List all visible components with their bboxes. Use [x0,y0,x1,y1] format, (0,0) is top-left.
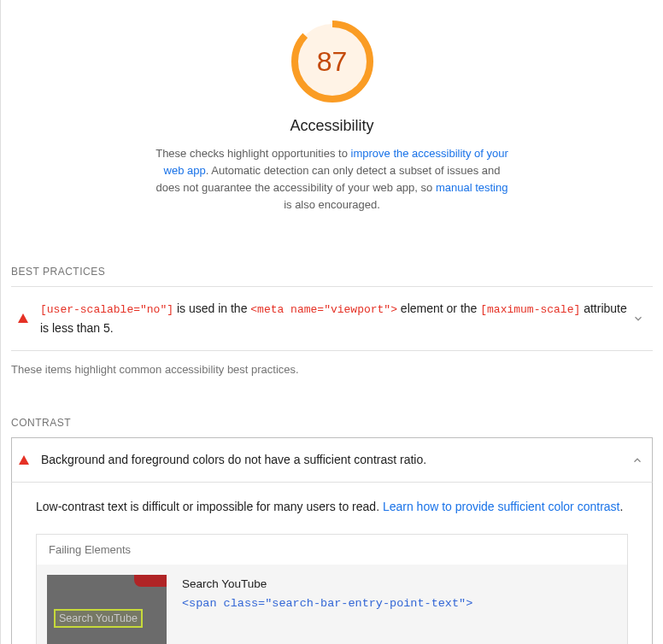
chevron-down-icon [632,313,644,325]
warning-icon [18,313,28,323]
thumbnail-highlight: Search YouTube [54,609,143,628]
code-meta-viewport: <meta name="viewport"> [250,303,397,316]
failing-elements-box: Failing Elements Search YouTube Search Y… [36,534,628,644]
element-code: <span class="search-bar-entry-point-text… [182,594,472,613]
audit-text-part: element or the [397,302,480,315]
chevron-up-icon [631,454,643,466]
warning-icon [19,455,29,465]
element-meta: Search YouTube <span class="search-bar-e… [182,575,472,613]
contrast-desc-text: Low-contrast text is difficult or imposs… [36,500,383,513]
code-maximum-scale: [maximum-scale] [480,303,580,316]
section-label-best-practices: BEST PRACTICES [11,266,653,278]
score-gauge: 87 [291,20,373,102]
audit-user-scalable[interactable]: [user-scalable="no"] is used in the <met… [11,286,653,352]
failing-elements-label: Failing Elements [37,535,627,565]
audit-title: Background and foreground colors do not … [41,450,426,470]
learn-contrast-link[interactable]: Learn how to provide sufficient color co… [383,500,620,513]
score-value: 87 [291,20,373,102]
manual-testing-link[interactable]: manual testing [436,181,508,194]
score-description: These checks highlight opportunities to … [153,145,512,214]
element-name: Search YouTube [182,575,472,594]
audit-contrast-panel: Low-contrast text is difficult or imposs… [11,483,653,644]
audit-contrast[interactable]: Background and foreground colors do not … [11,437,653,483]
desc-text: These checks highlight opportunities to [155,147,350,160]
desc-text: is also encouraged. [284,198,380,211]
contrast-desc-text: . [619,500,623,513]
score-section: 87 Accessibility These checks highlight … [11,0,653,225]
section-label-contrast: CONTRAST [11,417,653,429]
element-thumbnail[interactable]: Search YouTube [47,575,167,644]
contrast-description: Low-contrast text is difficult or imposs… [36,498,628,517]
audit-text-part: is used in the [173,302,250,315]
best-practices-footnote: These items highlight common accessibili… [11,363,653,376]
thumbnail-shape [134,575,167,587]
score-title: Accessibility [11,117,653,135]
code-user-scalable: [user-scalable="no"] [40,303,173,316]
audit-title: [user-scalable="no"] is used in the <met… [40,299,632,339]
failing-element-row: Search YouTube Search YouTube <span clas… [37,565,627,644]
